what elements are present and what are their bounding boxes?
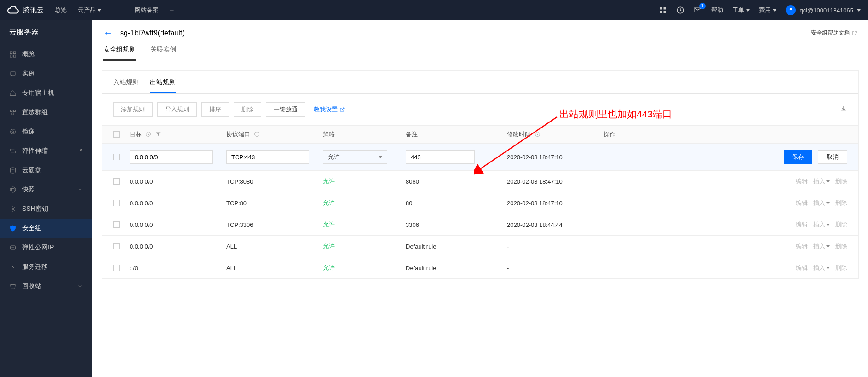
col-remark: 备注 bbox=[406, 131, 418, 138]
svg-rect-10 bbox=[13, 55, 16, 57]
row-remark: 3306 bbox=[406, 221, 419, 228]
insert-link[interactable]: 插入 bbox=[813, 199, 830, 207]
svg-rect-3 bbox=[664, 11, 666, 13]
tab-inbound[interactable]: 入站规则 bbox=[113, 78, 139, 93]
download-icon[interactable] bbox=[840, 105, 847, 114]
sidebar-item[interactable]: 弹性伸缩 bbox=[0, 141, 92, 161]
logo[interactable]: 腾讯云 bbox=[7, 4, 44, 16]
sidebar-icon bbox=[9, 70, 17, 77]
tab-rules[interactable]: 安全组规则 bbox=[103, 46, 136, 61]
tab-outbound[interactable]: 出站规则 bbox=[150, 78, 176, 93]
edit-link[interactable]: 编辑 bbox=[796, 199, 808, 207]
edit-link[interactable]: 编辑 bbox=[796, 220, 808, 229]
row-checkbox[interactable] bbox=[113, 243, 120, 249]
import-rule-button[interactable]: 导入规则 bbox=[157, 102, 197, 117]
row-time: 2020-02-03 18:44:44 bbox=[507, 221, 563, 228]
row-target: 0.0.0.0/0 bbox=[130, 178, 153, 185]
nav-add[interactable]: + bbox=[170, 6, 174, 14]
top-header: 腾讯云 总览 云产品 网站备案 + 1 帮助 工单 费用 qcl@1000118… bbox=[0, 0, 868, 20]
svg-rect-14 bbox=[12, 113, 14, 115]
tutorial-link[interactable]: 教我设置 bbox=[314, 105, 345, 114]
sidebar-item[interactable]: 服务迁移 bbox=[0, 257, 92, 277]
insert-link[interactable]: 插入 bbox=[813, 177, 830, 186]
sidebar-item[interactable]: 云硬盘 bbox=[0, 161, 92, 180]
nav-products[interactable]: 云产品 bbox=[78, 6, 101, 14]
sidebar-item[interactable]: SSH密钥 bbox=[0, 199, 92, 219]
delete-link[interactable]: 删除 bbox=[835, 199, 847, 207]
page-title: sg-1bi7wft9(default) bbox=[120, 29, 185, 37]
row-checkbox[interactable] bbox=[113, 221, 120, 228]
policy-select[interactable]: 允许 bbox=[323, 150, 387, 164]
row-checkbox[interactable] bbox=[113, 154, 120, 160]
sidebar-item[interactable]: 镜像 bbox=[0, 122, 92, 141]
grid-icon[interactable] bbox=[659, 6, 667, 14]
sidebar-item-label: 实例 bbox=[22, 70, 35, 78]
nav-overview[interactable]: 总览 bbox=[55, 6, 67, 14]
info-icon[interactable] bbox=[145, 131, 151, 137]
row-protocol: ALL bbox=[226, 243, 237, 250]
info-icon[interactable] bbox=[254, 131, 260, 137]
table-row: 0.0.0.0/0TCP:8080允许80802020-02-03 18:47:… bbox=[102, 171, 858, 192]
open-all-button[interactable]: 一键放通 bbox=[266, 102, 305, 117]
row-checkbox[interactable] bbox=[113, 265, 120, 271]
row-remark: 8080 bbox=[406, 178, 419, 185]
delete-link[interactable]: 删除 bbox=[835, 220, 847, 229]
row-remark: Default rule bbox=[406, 265, 436, 272]
nav-help[interactable]: 帮助 bbox=[711, 6, 723, 14]
sidebar-item-label: SSH密钥 bbox=[22, 205, 48, 213]
sidebar-item-label: 弹性公网IP bbox=[22, 244, 54, 252]
insert-link[interactable]: 插入 bbox=[813, 242, 830, 250]
row-checkbox[interactable] bbox=[113, 178, 120, 185]
cancel-button[interactable]: 取消 bbox=[818, 150, 847, 164]
add-rule-button[interactable]: 添加规则 bbox=[113, 102, 153, 117]
filter-icon[interactable] bbox=[155, 131, 161, 137]
sidebar-item[interactable]: 概览 bbox=[0, 45, 92, 64]
edit-link[interactable]: 编辑 bbox=[796, 264, 808, 272]
col-ops: 操作 bbox=[604, 130, 615, 139]
sidebar-icon bbox=[9, 109, 17, 116]
help-doc-link[interactable]: 安全组帮助文档 bbox=[811, 29, 857, 37]
save-button[interactable]: 保存 bbox=[784, 150, 812, 164]
protocol-input[interactable] bbox=[226, 150, 309, 164]
insert-link[interactable]: 插入 bbox=[813, 220, 830, 229]
sort-button[interactable]: 排序 bbox=[201, 102, 229, 117]
svg-rect-19 bbox=[11, 188, 14, 191]
svg-point-20 bbox=[12, 208, 14, 210]
sidebar-item[interactable]: 专用宿主机 bbox=[0, 83, 92, 103]
insert-link[interactable]: 插入 bbox=[813, 264, 830, 272]
sidebar-item[interactable]: 置放群组 bbox=[0, 103, 92, 122]
nav-tickets[interactable]: 工单 bbox=[732, 6, 750, 14]
external-link-icon bbox=[851, 30, 857, 36]
svg-rect-2 bbox=[660, 11, 662, 13]
clock-icon[interactable] bbox=[676, 6, 684, 14]
sidebar-item[interactable]: 安全组 bbox=[0, 219, 92, 238]
edit-link[interactable]: 编辑 bbox=[796, 242, 808, 250]
delete-link[interactable]: 删除 bbox=[835, 264, 847, 272]
row-checkbox[interactable] bbox=[113, 200, 120, 206]
sidebar-item[interactable]: 弹性公网IP bbox=[0, 238, 92, 257]
delete-link[interactable]: 删除 bbox=[835, 177, 847, 186]
delete-button[interactable]: 删除 bbox=[234, 102, 261, 117]
remark-input[interactable] bbox=[406, 150, 475, 164]
select-all-checkbox[interactable] bbox=[113, 131, 120, 138]
nav-beian[interactable]: 网站备案 bbox=[135, 6, 159, 14]
sidebar-item[interactable]: 快照 bbox=[0, 180, 92, 199]
info-icon[interactable] bbox=[535, 131, 540, 137]
mail-icon[interactable]: 1 bbox=[694, 6, 702, 15]
edit-link[interactable]: 编辑 bbox=[796, 177, 808, 186]
svg-rect-12 bbox=[11, 110, 12, 112]
sidebar-item-label: 置放群组 bbox=[22, 108, 48, 116]
back-arrow-icon[interactable]: ← bbox=[103, 28, 113, 38]
delete-link[interactable]: 删除 bbox=[835, 242, 847, 250]
nav-fees[interactable]: 费用 bbox=[759, 6, 776, 14]
user-menu[interactable]: qcl@100011841065 bbox=[786, 5, 861, 15]
cloud-logo-icon bbox=[7, 4, 19, 16]
sidebar-item[interactable]: 实例 bbox=[0, 64, 92, 83]
svg-rect-9 bbox=[10, 55, 12, 57]
table-row: 0.0.0.0/0TCP:3306允许33062020-02-03 18:44:… bbox=[102, 214, 858, 236]
tab-assoc[interactable]: 关联实例 bbox=[150, 46, 176, 61]
user-label: qcl@100011841065 bbox=[799, 7, 853, 14]
target-input[interactable] bbox=[130, 150, 213, 164]
svg-point-6 bbox=[790, 8, 792, 10]
sidebar-item[interactable]: 回收站 bbox=[0, 277, 92, 296]
